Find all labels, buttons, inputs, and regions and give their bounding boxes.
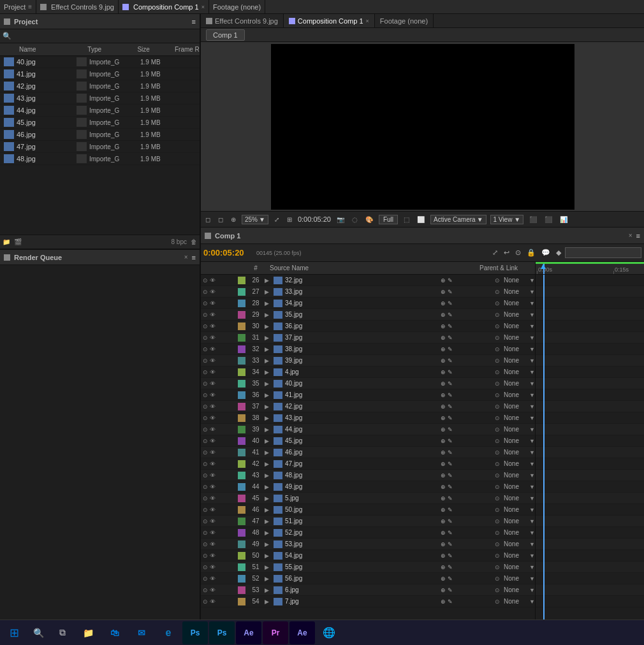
file-row[interactable]: 45.jpg Importe_G 1.9 MB bbox=[0, 117, 200, 129]
switch-2[interactable]: ✎ bbox=[448, 277, 457, 284]
parent-dropdown[interactable]: ▼ bbox=[529, 518, 535, 525]
tl-layer-row[interactable]: ⊙ 👁 35 ▶ 40.jpg ⊕ ✎ ⊙ None ▼ bbox=[201, 378, 535, 389]
switch-2[interactable]: ✎ bbox=[448, 392, 457, 398]
tl-layer-row[interactable]: ⊙ 👁 28 ▶ 34.jpg ⊕ ✎ ⊙ None ▼ bbox=[201, 298, 535, 309]
file-row[interactable]: 40.jpg Importe_G 1.9 MB bbox=[0, 56, 200, 68]
parent-dropdown[interactable]: ▼ bbox=[529, 495, 535, 502]
tl-layer-row[interactable]: ⊙ 👁 50 ▶ 54.jpg ⊕ ✎ ⊙ None ▼ bbox=[201, 550, 535, 562]
switch-2[interactable]: ✎ bbox=[448, 289, 457, 295]
parent-dropdown[interactable]: ▼ bbox=[529, 576, 535, 582]
solo-btn[interactable]: ⊙ bbox=[201, 300, 210, 307]
vis-btn[interactable]: 👁 bbox=[210, 335, 219, 341]
expand-arrow[interactable]: ▶ bbox=[265, 438, 272, 444]
render-queue-menu[interactable]: ≡ bbox=[192, 254, 196, 261]
parent-dropdown[interactable]: ▼ bbox=[529, 277, 535, 284]
tl-layer-row[interactable]: ⊙ 👁 29 ▶ 35.jpg ⊕ ✎ ⊙ None ▼ bbox=[201, 309, 535, 321]
col-name-header[interactable]: Name bbox=[0, 46, 75, 53]
vis-btn[interactable]: 👁 bbox=[210, 300, 219, 307]
switch-2[interactable]: ✎ bbox=[448, 461, 457, 467]
effect-controls-tab[interactable]: Effect Controls 9.jpg bbox=[36, 0, 119, 13]
parent-dropdown[interactable]: ▼ bbox=[529, 598, 535, 605]
vis-btn[interactable]: 👁 bbox=[210, 346, 219, 352]
parent-dropdown[interactable]: ▼ bbox=[529, 358, 535, 364]
windows-start-btn[interactable]: ⊞ bbox=[3, 621, 26, 644]
switch-2[interactable]: ✎ bbox=[448, 312, 457, 318]
parent-dropdown[interactable]: ▼ bbox=[529, 438, 535, 444]
parent-dropdown[interactable]: ▼ bbox=[529, 300, 535, 307]
vis-btn[interactable]: 👁 bbox=[210, 553, 219, 559]
switch-2[interactable]: ✎ bbox=[448, 484, 457, 490]
parent-dropdown[interactable]: ▼ bbox=[529, 484, 535, 490]
tl-marker-btn[interactable]: ◆ bbox=[554, 248, 563, 257]
tl-layer-row[interactable]: ⊙ 👁 33 ▶ 39.jpg ⊕ ✎ ⊙ None ▼ bbox=[201, 355, 535, 366]
switch-2[interactable]: ✎ bbox=[448, 380, 457, 387]
expand-arrow[interactable]: ▶ bbox=[265, 472, 272, 479]
expand-arrow[interactable]: ▶ bbox=[265, 553, 272, 559]
parent-dropdown[interactable]: ▼ bbox=[529, 426, 535, 433]
switch-2[interactable]: ✎ bbox=[448, 541, 457, 547]
tl-layer-row[interactable]: ⊙ 👁 44 ▶ 49.jpg ⊕ ✎ ⊙ None ▼ bbox=[201, 481, 535, 493]
parent-dropdown[interactable]: ▼ bbox=[529, 312, 535, 318]
vis-btn[interactable]: 👁 bbox=[210, 403, 219, 410]
switch-1[interactable]: ⊕ bbox=[439, 346, 448, 352]
switch-1[interactable]: ⊕ bbox=[439, 403, 448, 410]
parent-dropdown[interactable]: ▼ bbox=[529, 530, 535, 536]
show-layer-btn[interactable]: ⬛ bbox=[543, 215, 554, 224]
solo-btn[interactable]: ⊙ bbox=[201, 541, 210, 547]
vis-btn[interactable]: 👁 bbox=[210, 358, 219, 364]
switch-2[interactable]: ✎ bbox=[448, 438, 457, 444]
parent-dropdown[interactable]: ▼ bbox=[529, 541, 535, 547]
vis-btn[interactable]: 👁 bbox=[210, 587, 219, 593]
vis-btn[interactable]: 👁 bbox=[210, 484, 219, 490]
solo-btn[interactable]: ⊙ bbox=[201, 472, 210, 479]
switch-2[interactable]: ✎ bbox=[448, 300, 457, 307]
expand-arrow[interactable]: ▶ bbox=[265, 564, 272, 570]
expand-arrow[interactable]: ▶ bbox=[265, 461, 272, 467]
tl-solo-btn[interactable]: ⊙ bbox=[513, 248, 523, 257]
solo-btn[interactable]: ⊙ bbox=[201, 369, 210, 375]
parent-dropdown[interactable]: ▼ bbox=[529, 472, 535, 479]
solo-btn[interactable]: ⊙ bbox=[201, 576, 210, 582]
tl-layer-row[interactable]: ⊙ 👁 46 ▶ 50.jpg ⊕ ✎ ⊙ None ▼ bbox=[201, 504, 535, 516]
solo-btn[interactable]: ⊙ bbox=[201, 461, 210, 467]
switch-2[interactable]: ✎ bbox=[448, 346, 457, 352]
solo-btn[interactable]: ⊙ bbox=[201, 438, 210, 444]
solo-btn[interactable]: ⊙ bbox=[201, 553, 210, 559]
solo-btn[interactable]: ⊙ bbox=[201, 449, 210, 456]
switch-1[interactable]: ⊕ bbox=[439, 541, 448, 547]
pixel-aspect-btn[interactable]: ⬜ bbox=[415, 215, 427, 224]
solo-btn[interactable]: ⊙ bbox=[201, 518, 210, 525]
expand-arrow[interactable]: ▶ bbox=[265, 449, 272, 456]
view-dropdown[interactable]: 1 View ▼ bbox=[490, 215, 524, 224]
switch-1[interactable]: ⊕ bbox=[439, 449, 448, 456]
tl-layer-row[interactable]: ⊙ 👁 34 ▶ 4.jpg ⊕ ✎ ⊙ None ▼ bbox=[201, 366, 535, 378]
vis-btn[interactable]: 👁 bbox=[210, 438, 219, 444]
switch-1[interactable]: ⊕ bbox=[439, 553, 448, 559]
transparency-btn[interactable]: ⬚ bbox=[402, 215, 411, 224]
switch-2[interactable]: ✎ bbox=[448, 518, 457, 525]
switch-1[interactable]: ⊕ bbox=[439, 323, 448, 330]
switch-1[interactable]: ⊕ bbox=[439, 507, 448, 513]
chrome-btn[interactable]: 🌐 bbox=[316, 621, 342, 644]
store-btn[interactable]: 🛍 bbox=[102, 621, 128, 644]
quality-dropdown[interactable]: Full bbox=[379, 215, 398, 224]
vis-btn[interactable]: 👁 bbox=[210, 289, 219, 295]
solo-btn[interactable]: ⊙ bbox=[201, 277, 210, 284]
tl-current-time[interactable]: 0:00:05:20 bbox=[203, 248, 254, 257]
switch-1[interactable]: ⊕ bbox=[439, 300, 448, 307]
expand-arrow[interactable]: ▶ bbox=[265, 358, 272, 364]
parent-dropdown[interactable]: ▼ bbox=[529, 335, 535, 341]
snap-btn[interactable]: ⊞ bbox=[285, 215, 294, 224]
vis-btn[interactable]: 👁 bbox=[210, 507, 219, 513]
file-explorer-btn[interactable]: 📁 bbox=[75, 621, 101, 644]
switch-2[interactable]: ✎ bbox=[448, 358, 457, 364]
solo-btn[interactable]: ⊙ bbox=[201, 335, 210, 341]
vis-btn[interactable]: 👁 bbox=[210, 530, 219, 536]
expand-arrow[interactable]: ▶ bbox=[265, 598, 272, 605]
tl-layer-row[interactable]: ⊙ 👁 38 ▶ 43.jpg ⊕ ✎ ⊙ None ▼ bbox=[201, 412, 535, 424]
tl-layer-row[interactable]: ⊙ 👁 42 ▶ 47.jpg ⊕ ✎ ⊙ None ▼ bbox=[201, 458, 535, 470]
switch-2[interactable]: ✎ bbox=[448, 576, 457, 582]
solo-btn[interactable]: ⊙ bbox=[201, 346, 210, 352]
color-btn[interactable]: 🎨 bbox=[363, 215, 375, 224]
switch-2[interactable]: ✎ bbox=[448, 472, 457, 479]
